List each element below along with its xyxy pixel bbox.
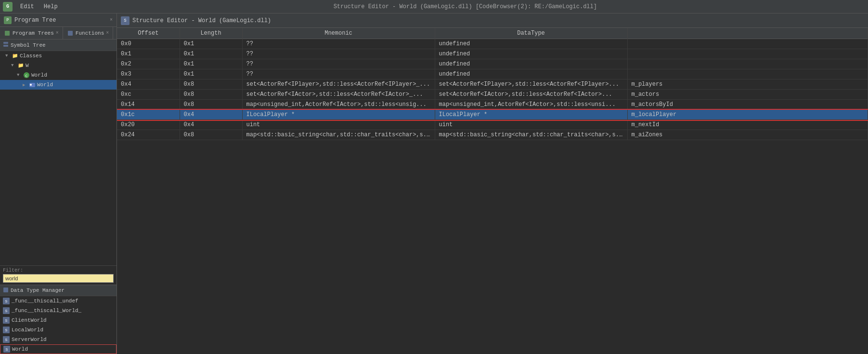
svg-point-7	[30, 84, 32, 86]
cell-offset: 0x1c	[117, 110, 180, 120]
filter-section: Filter:	[0, 265, 117, 285]
cell-mnemonic: set<ActorRef<IActor>,std::less<ActorRef<…	[242, 90, 435, 100]
world-parent-icon: C	[23, 72, 30, 79]
menu-edit[interactable]: Edit	[18, 2, 36, 11]
filter-input[interactable]	[3, 274, 114, 283]
world-parent-arrow: ▼	[17, 73, 22, 78]
dtm-icon	[3, 287, 9, 294]
struct-editor-icon: S	[121, 16, 130, 25]
dtm-item-2[interactable]: S ClientWorld	[0, 315, 117, 325]
cell-offset: 0x2	[117, 59, 180, 69]
window-title: Structure Editor - World (GameLogic.dll)…	[65, 3, 865, 10]
cell-mnemonic: ??	[242, 49, 435, 59]
dtm-item-0[interactable]: S _func__thiscall_undef	[0, 296, 117, 306]
col-header-length: Length	[180, 28, 242, 39]
program-tree-close[interactable]: ×	[110, 17, 113, 23]
classes-label: Classes	[20, 53, 42, 59]
table-row[interactable]: 0x20x1??undefined	[117, 59, 868, 69]
dtm-label-3: LocalWorld	[12, 327, 43, 333]
cell-mnemonic: map<unsigned_int,ActorRef<IActor>,std::l…	[242, 100, 435, 110]
tab-program-trees-close[interactable]: ×	[56, 30, 59, 36]
table-row[interactable]: 0x200x4uintuintm_nextId	[117, 120, 868, 130]
cell-offset: 0x3	[117, 69, 180, 79]
cell-mnemonic: map<std::basic_string<char,std::char_tra…	[242, 130, 435, 140]
col-header-name	[627, 28, 868, 39]
cell-length: 0x1	[180, 39, 242, 49]
content-area: S Structure Editor - World (GameLogic.dl…	[117, 13, 868, 354]
cell-datatype: ILocalPlayer *	[435, 110, 627, 120]
cell-mnemonic: ??	[242, 69, 435, 79]
dtm-label-0: _func__thiscall_undef	[12, 298, 78, 304]
dtm-item-5[interactable]: S World	[0, 344, 117, 354]
svg-rect-1	[68, 31, 73, 36]
dtm-item-4[interactable]: S ServerWorld	[0, 335, 117, 344]
cell-name: m_actors	[627, 90, 868, 100]
cell-mnemonic: ??	[242, 59, 435, 69]
cell-length: 0x1	[180, 49, 242, 59]
table-row[interactable]: 0xc0x8set<ActorRef<IActor>,std::less<Act…	[117, 90, 868, 100]
tab-functions-close[interactable]: ×	[106, 30, 109, 36]
cell-name	[627, 49, 868, 59]
cell-offset: 0x24	[117, 130, 180, 140]
program-tree-panel: P Program Tree ×	[0, 13, 117, 27]
cell-name	[627, 59, 868, 69]
cell-offset: 0x20	[117, 120, 180, 130]
svg-rect-3	[3, 45, 8, 47]
cell-length: 0x4	[180, 120, 242, 130]
dtm-label-5: World	[12, 346, 28, 352]
tab-program-trees-label: Program Trees	[13, 30, 54, 36]
menu-help[interactable]: Help	[42, 2, 60, 11]
svg-rect-8	[3, 288, 8, 292]
w-label: W	[26, 63, 29, 68]
table-row[interactable]: 0x40x8set<ActorRef<IPlayer>,std::less<Ac…	[117, 79, 868, 90]
dtm-icon-2: S	[3, 317, 10, 324]
dtm-item-1[interactable]: S _func__thiscall_World_	[0, 306, 117, 315]
menu-bar: G Edit Help Structure Editor - World (Ga…	[0, 0, 868, 13]
cell-mnemonic: ILocalPlayer *	[242, 110, 435, 120]
svg-rect-2	[3, 42, 8, 44]
cell-name: m_actorsById	[627, 100, 868, 110]
cell-length: 0x1	[180, 69, 242, 79]
world-parent-label: World	[31, 72, 47, 78]
cell-length: 0x8	[180, 100, 242, 110]
cell-mnemonic: set<ActorRef<IPlayer>,std::less<ActorRef…	[242, 79, 435, 90]
dtm-label-2: ClientWorld	[12, 317, 47, 323]
table-row[interactable]: 0x240x8map<std::basic_string<char,std::c…	[117, 130, 868, 140]
filter-label: Filter:	[3, 268, 114, 273]
cell-name	[627, 69, 868, 79]
table-row[interactable]: 0x140x8map<unsigned_int,ActorRef<IActor>…	[117, 100, 868, 110]
svg-rect-0	[5, 31, 10, 36]
cell-offset: 0xc	[117, 90, 180, 100]
tree-item-world-parent[interactable]: ▼ C World	[0, 70, 117, 80]
tree-item-classes[interactable]: ▼ 📁 Classes	[0, 51, 117, 61]
w-folder-icon: 📁	[17, 62, 24, 69]
program-tree-title: Program Tree	[14, 17, 56, 24]
struct-table[interactable]: Offset Length Mnemonic DataType 0x00x1??…	[117, 28, 868, 354]
tree-item-w[interactable]: ▼ 📁 W	[0, 61, 117, 70]
cell-datatype: uint	[435, 120, 627, 130]
cell-datatype: undefined	[435, 59, 627, 69]
tab-functions[interactable]: Functions ×	[63, 27, 113, 39]
cell-offset: 0x0	[117, 39, 180, 49]
tree-content: ▼ 📁 Classes ▼ 📁 W ▼ C	[0, 51, 117, 265]
col-header-datatype: DataType	[435, 28, 627, 39]
cell-offset: 0x14	[117, 100, 180, 110]
tree-item-world-child[interactable]: ▶ World	[0, 80, 117, 90]
table-row[interactable]: 0x1c0x4ILocalPlayer *ILocalPlayer *m_loc…	[117, 110, 868, 120]
panel-tabs: Program Trees × Functions ×	[0, 27, 117, 39]
col-header-mnemonic: Mnemonic	[242, 28, 435, 39]
table-row[interactable]: 0x30x1??undefined	[117, 69, 868, 79]
dtm-item-3[interactable]: S LocalWorld	[0, 325, 117, 335]
dtm-icon-1: S	[3, 307, 10, 314]
classes-folder-icon: 📁	[12, 52, 18, 59]
svg-text:C: C	[26, 74, 28, 78]
cell-datatype: map<unsigned_int,ActorRef<IActor>,std::l…	[435, 100, 627, 110]
w-arrow: ▼	[11, 63, 16, 68]
table-row[interactable]: 0x10x1??undefined	[117, 49, 868, 59]
table-row[interactable]: 0x00x1??undefined	[117, 39, 868, 49]
tab-functions-label: Functions	[76, 30, 104, 36]
functions-icon	[67, 30, 74, 37]
cell-name: m_players	[627, 79, 868, 90]
tab-program-trees[interactable]: Program Trees ×	[0, 27, 63, 39]
cell-length: 0x8	[180, 130, 242, 140]
